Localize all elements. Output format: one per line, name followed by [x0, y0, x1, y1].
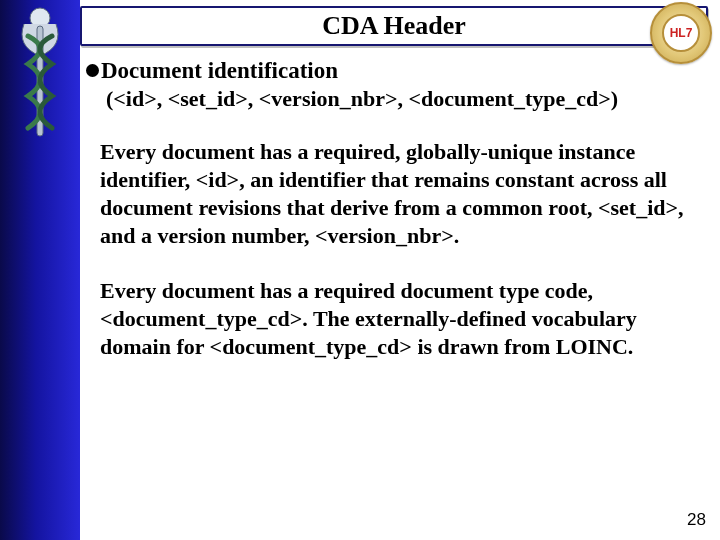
seal-label: HL7 — [662, 14, 700, 52]
bullet-item: Document identification — [86, 58, 706, 84]
paragraph-2: Every document has a required document t… — [100, 277, 706, 361]
hl7-seal-icon: HL7 — [650, 2, 712, 64]
title-bar: CDA Header — [80, 6, 708, 46]
paragraph-1: Every document has a required, globally-… — [100, 138, 706, 251]
bullet-subheading: (<id>, <set_id>, <version_nbr>, <documen… — [106, 86, 706, 112]
page-number: 28 — [687, 510, 706, 530]
bullet-icon — [86, 64, 99, 77]
caduceus-icon — [8, 6, 72, 146]
slide-title: CDA Header — [322, 11, 466, 41]
sidebar-decoration — [0, 0, 80, 540]
bullet-heading: Document identification — [101, 58, 338, 84]
slide-content: Document identification (<id>, <set_id>,… — [86, 58, 706, 361]
